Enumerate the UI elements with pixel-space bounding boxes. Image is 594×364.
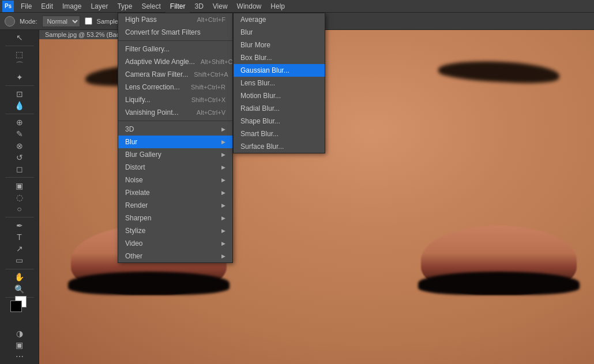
menu-type[interactable]: Type: [112, 0, 137, 13]
menu-bar: Ps File Edit Image Layer Type Select Fil…: [0, 0, 594, 13]
filter-camera-raw[interactable]: Camera Raw Filter... Shift+Ctrl+A: [118, 68, 232, 81]
menu-image[interactable]: Image: [58, 0, 86, 13]
menu-layer[interactable]: Layer: [86, 0, 112, 13]
crop-tool[interactable]: ⊡: [13, 89, 27, 99]
filter-liquify[interactable]: Liquify... Shift+Ctrl+X: [118, 93, 232, 106]
ps-icon: Ps: [2, 1, 14, 12]
filter-adaptive-wide[interactable]: Adaptive Wide Angle... Alt+Shift+Ctrl+A: [118, 55, 232, 68]
blur-gaussian[interactable]: Gaussian Blur...: [234, 64, 325, 77]
foreground-color-swatch[interactable]: [10, 301, 22, 312]
quick-mask-tool[interactable]: ◑: [13, 328, 27, 339]
filter-video[interactable]: Video: [118, 237, 232, 250]
path-selection-tool[interactable]: ↗: [13, 243, 27, 254]
blur-shape[interactable]: Shape Blur...: [234, 115, 325, 127]
menu-edit[interactable]: Edit: [36, 0, 58, 13]
blur-average[interactable]: Average: [234, 13, 325, 26]
filter-gallery[interactable]: Filter Gallery...: [118, 43, 232, 55]
filter-distort[interactable]: Distort: [118, 161, 232, 174]
filter-blur[interactable]: Blur: [118, 136, 232, 148]
filter-vanishing-point[interactable]: Vanishing Point... Alt+Ctrl+V: [118, 106, 232, 119]
blur-surface[interactable]: Surface Blur...: [234, 140, 325, 153]
tool-separator: [5, 46, 34, 46]
tool-separator-6: [5, 269, 34, 269]
history-brush[interactable]: ↺: [13, 152, 27, 163]
left-toolbar: ↖ ⬚ ⌒ ✦ ⊡ 💧 ⊕ ✎ ⊗ ↺ ◻ ▣ ◌ ○ ✒ T ↗ ▭ ✋ 🔍 …: [0, 30, 39, 364]
menu-window[interactable]: Window: [232, 0, 266, 13]
lashes-right: [418, 272, 580, 295]
blur-smart[interactable]: Smart Blur...: [234, 127, 325, 140]
tool-separator-5: [5, 217, 34, 217]
blur-tool[interactable]: ◌: [13, 192, 27, 202]
tool-separator-3: [5, 114, 34, 114]
menu-help[interactable]: Help: [266, 0, 290, 13]
filter-render[interactable]: Render: [118, 199, 232, 212]
swatch-area[interactable]: [10, 301, 29, 319]
lashes-left: [68, 272, 230, 295]
filter-convert-smart[interactable]: Convert for Smart Filters: [118, 26, 232, 39]
brush-preview[interactable]: [5, 16, 15, 27]
filter-stylize[interactable]: Stylize: [118, 224, 232, 237]
menu-3d[interactable]: 3D: [190, 0, 208, 13]
lasso-tool[interactable]: ⌒: [13, 61, 27, 71]
clone-tool[interactable]: ⊗: [13, 141, 27, 151]
filter-other[interactable]: Other: [118, 250, 232, 262]
blur-radial[interactable]: Radial Blur...: [234, 102, 325, 115]
blur-motion[interactable]: Motion Blur...: [234, 89, 325, 102]
dodge-tool[interactable]: ○: [13, 204, 27, 214]
mode-label: Mode:: [20, 18, 37, 25]
shape-tool[interactable]: ▭: [13, 255, 27, 265]
tool-separator-2: [5, 85, 34, 86]
pen-tool[interactable]: ✒: [13, 220, 27, 231]
filter-menu[interactable]: High Pass Alt+Ctrl+F Convert for Smart F…: [118, 13, 233, 263]
menu-separator-1: [118, 40, 232, 41]
blur-more[interactable]: Blur More: [234, 39, 325, 51]
blur-lens[interactable]: Lens Blur...: [234, 77, 325, 89]
hand-tool[interactable]: ✋: [13, 272, 27, 282]
menu-view[interactable]: View: [208, 0, 232, 13]
filter-sharpen[interactable]: Sharpen: [118, 212, 232, 224]
eraser-tool[interactable]: ◻: [13, 164, 27, 174]
zoom-tool[interactable]: 🔍: [13, 283, 27, 294]
gradient-tool[interactable]: ▣: [13, 181, 27, 191]
menu-separator-2: [118, 121, 232, 121]
blur-submenu[interactable]: Average Blur Blur More Box Blur... Gauss…: [233, 13, 325, 153]
mode-select[interactable]: Normal: [42, 16, 80, 27]
blur-box[interactable]: Box Blur...: [234, 51, 325, 64]
more-tools[interactable]: ⋯: [13, 351, 27, 362]
screen-mode-tool[interactable]: ▣: [13, 340, 27, 350]
filter-lens-correction[interactable]: Lens Correction... Shift+Ctrl+R: [118, 81, 232, 93]
menu-select[interactable]: Select: [137, 0, 165, 13]
filter-high-pass[interactable]: High Pass Alt+Ctrl+F: [118, 13, 232, 26]
filter-pixelate[interactable]: Pixelate: [118, 186, 232, 199]
color-swatches: [10, 301, 29, 325]
tool-separator-4: [5, 177, 34, 178]
filter-blur-gallery[interactable]: Blur Gallery: [118, 148, 232, 161]
text-tool[interactable]: T: [13, 232, 27, 242]
sample-all-checkbox[interactable]: [85, 17, 92, 25]
filter-3d[interactable]: 3D: [118, 123, 232, 136]
menu-filter[interactable]: Filter: [166, 0, 190, 13]
menu-file[interactable]: File: [16, 0, 36, 13]
brush-tool[interactable]: ✎: [13, 129, 27, 139]
magic-wand-tool[interactable]: ✦: [13, 72, 27, 82]
marquee-tool[interactable]: ⬚: [13, 49, 27, 59]
healing-tool[interactable]: ⊕: [13, 117, 27, 127]
move-tool[interactable]: ↖: [13, 32, 27, 43]
eyedropper-tool[interactable]: 💧: [13, 100, 27, 111]
filter-noise[interactable]: Noise: [118, 174, 232, 186]
blur-blur[interactable]: Blur: [234, 26, 325, 39]
